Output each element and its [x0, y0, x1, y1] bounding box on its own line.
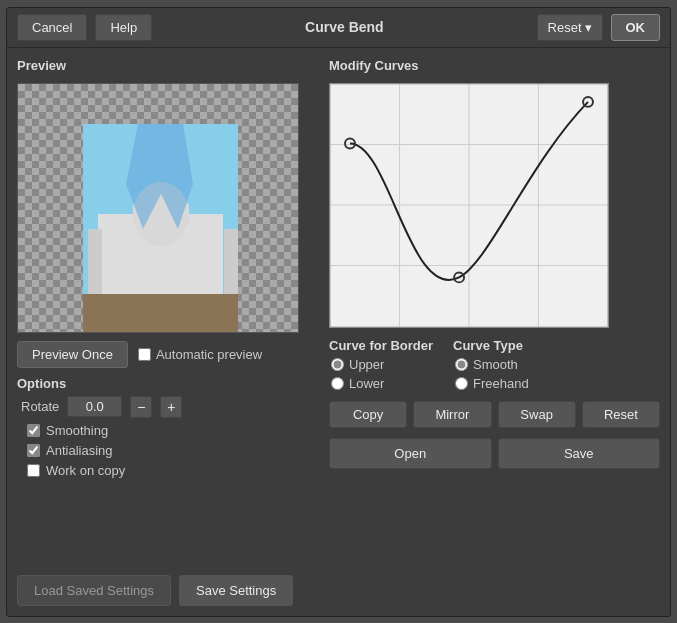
- reset-dropdown-button[interactable]: Reset ▾: [537, 14, 603, 41]
- work-on-copy-row[interactable]: Work on copy: [17, 463, 317, 478]
- titlebar: Cancel Help Curve Bend Reset ▾ OK: [7, 8, 670, 48]
- reset-label: Reset: [548, 20, 582, 35]
- rotate-input[interactable]: [67, 396, 122, 417]
- lower-radio-row[interactable]: Lower: [329, 376, 433, 391]
- open-button[interactable]: Open: [329, 438, 492, 469]
- preview-canvas: [17, 83, 299, 333]
- upper-label: Upper: [349, 357, 384, 372]
- auto-preview-checkbox[interactable]: [138, 348, 151, 361]
- modify-curves-label: Modify Curves: [329, 58, 660, 73]
- curve-canvas[interactable]: [329, 83, 609, 328]
- freehand-label: Freehand: [473, 376, 529, 391]
- rotate-label: Rotate: [21, 399, 59, 414]
- lower-label: Lower: [349, 376, 384, 391]
- rotate-row: Rotate − +: [17, 396, 317, 418]
- preview-once-button[interactable]: Preview Once: [17, 341, 128, 368]
- dialog-title: Curve Bend: [160, 19, 528, 35]
- antialiasing-row[interactable]: Antialiasing: [17, 443, 317, 458]
- curve-action-buttons: Copy Mirror Swap Reset: [329, 401, 660, 428]
- freehand-radio[interactable]: [455, 377, 468, 390]
- curve-border-col: Curve for Border Upper Lower: [329, 338, 433, 391]
- options-section: Options Rotate − + Smoothing Antialiasin…: [17, 376, 317, 478]
- smoothing-row[interactable]: Smoothing: [17, 423, 317, 438]
- open-save-buttons: Open Save: [329, 438, 660, 469]
- smooth-radio-row[interactable]: Smooth: [453, 357, 529, 372]
- work-on-copy-label: Work on copy: [46, 463, 125, 478]
- auto-preview-label[interactable]: Automatic preview: [138, 347, 262, 362]
- smooth-label: Smooth: [473, 357, 518, 372]
- upper-radio[interactable]: [331, 358, 344, 371]
- curve-type-col: Curve Type Smooth Freehand: [453, 338, 529, 391]
- curve-border-title: Curve for Border: [329, 338, 433, 353]
- auto-preview-text: Automatic preview: [156, 347, 262, 362]
- smoothing-label: Smoothing: [46, 423, 108, 438]
- preview-image-svg: [18, 84, 299, 333]
- ok-button[interactable]: OK: [611, 14, 661, 41]
- left-panel: Preview: [17, 58, 317, 565]
- svg-rect-6: [83, 294, 238, 333]
- copy-button[interactable]: Copy: [329, 401, 407, 428]
- swap-button[interactable]: Swap: [498, 401, 576, 428]
- antialiasing-label: Antialiasing: [46, 443, 113, 458]
- save-settings-button[interactable]: Save Settings: [179, 575, 293, 606]
- cancel-button[interactable]: Cancel: [17, 14, 87, 41]
- preview-controls: Preview Once Automatic preview: [17, 341, 317, 368]
- save-curve-button[interactable]: Save: [498, 438, 661, 469]
- curve-svg: [330, 84, 608, 327]
- freehand-radio-row[interactable]: Freehand: [453, 376, 529, 391]
- dropdown-icon: ▾: [585, 20, 592, 35]
- lower-radio[interactable]: [331, 377, 344, 390]
- rotate-decrement-button[interactable]: −: [130, 396, 152, 418]
- right-panel: Modify Curves: [329, 58, 660, 565]
- work-on-copy-checkbox[interactable]: [27, 464, 40, 477]
- rotate-increment-button[interactable]: +: [160, 396, 182, 418]
- curve-type-title: Curve Type: [453, 338, 529, 353]
- smooth-radio[interactable]: [455, 358, 468, 371]
- help-button[interactable]: Help: [95, 14, 152, 41]
- main-content: Preview: [7, 48, 670, 575]
- upper-radio-row[interactable]: Upper: [329, 357, 433, 372]
- mirror-button[interactable]: Mirror: [413, 401, 491, 428]
- options-title: Options: [17, 376, 317, 391]
- bottom-buttons: Load Saved Settings Save Settings: [7, 575, 670, 616]
- smoothing-checkbox[interactable]: [27, 424, 40, 437]
- curve-controls: Curve for Border Upper Lower Curve Type …: [329, 338, 660, 391]
- preview-label: Preview: [17, 58, 317, 73]
- antialiasing-checkbox[interactable]: [27, 444, 40, 457]
- dialog: Cancel Help Curve Bend Reset ▾ OK Previe…: [6, 7, 671, 617]
- reset-curve-button[interactable]: Reset: [582, 401, 660, 428]
- load-settings-button[interactable]: Load Saved Settings: [17, 575, 171, 606]
